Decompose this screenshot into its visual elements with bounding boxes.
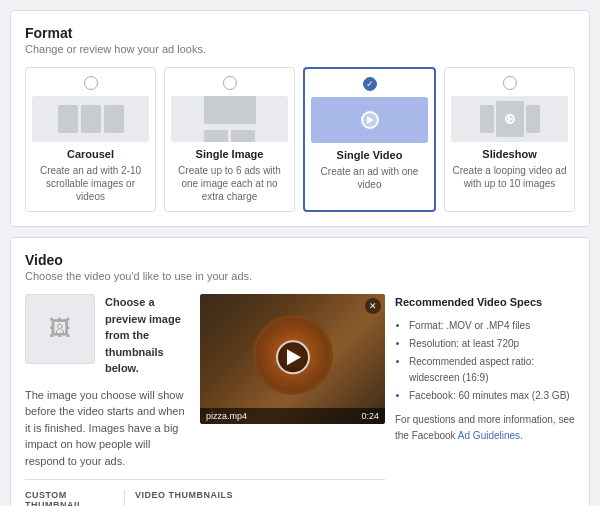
carousel-desc: Create an ad with 2-10 scrollable images…	[32, 164, 149, 203]
slideshow-boxes	[480, 101, 540, 137]
single-video-icon-area	[311, 97, 428, 143]
video-title: Video	[25, 252, 575, 268]
carousel-label: Carousel	[32, 148, 149, 160]
video-subtitle: Choose the video you'd like to use in yo…	[25, 270, 575, 282]
play-circle-icon	[361, 111, 379, 129]
format-carousel[interactable]: Carousel Create an ad with 2-10 scrollab…	[25, 67, 156, 212]
page-wrapper: Format Change or review how your ad look…	[0, 0, 600, 506]
slide-main	[496, 101, 524, 137]
carousel-box-1	[58, 105, 78, 133]
si-main	[204, 96, 256, 124]
format-options: Carousel Create an ad with 2-10 scrollab…	[25, 67, 575, 212]
single-image-radio[interactable]	[223, 76, 237, 90]
single-image-desc: Create up to 6 ads with one image each a…	[171, 164, 288, 203]
format-title: Format	[25, 25, 575, 41]
carousel-radio[interactable]	[84, 76, 98, 90]
video-specs: Recommended Video Specs Format: .MOV or …	[395, 294, 575, 506]
video-content: 🖼 Choose a preview image from the thumbn…	[25, 294, 575, 506]
slide-1	[480, 105, 494, 133]
carousel-icon-area	[32, 96, 149, 142]
specs-item-4: Facebook: 60 minutes max (2.3 GB)	[409, 388, 575, 404]
slideshow-icon-area	[451, 96, 568, 142]
slideshow-icon	[451, 96, 568, 142]
video-thumbnails-area: VIDEO THUMBNAILS ✓	[135, 490, 385, 506]
preview-icon-box: 🖼	[25, 294, 95, 364]
preview-left: 🖼 Choose a preview image from the thumbn…	[25, 294, 190, 469]
preview-info-row: 🖼 Choose a preview image from the thumbn…	[25, 294, 190, 377]
preview-body: The image you choose will show before th…	[25, 387, 190, 470]
thumbnails-section: CUSTOM THUMBNAIL + Select Image VIDEO TH…	[25, 479, 385, 506]
si-row	[204, 130, 255, 142]
preview-text-block: Choose a preview image from the thumbnai…	[105, 294, 190, 377]
specs-footer: For questions and more information, see …	[395, 412, 575, 444]
image-icon: 🖼	[49, 316, 71, 342]
format-single-image[interactable]: Single Image Create up to 6 ads with one…	[164, 67, 295, 212]
carousel-boxes	[58, 105, 124, 133]
video-close-button[interactable]: ✕	[365, 298, 381, 314]
slideshow-desc: Create a looping video ad with up to 10 …	[451, 164, 568, 190]
single-video-desc: Create an ad with one video	[311, 165, 428, 191]
video-bottom-bar: pizza.mp4 0:24	[200, 408, 385, 424]
play-button[interactable]	[276, 340, 310, 374]
ad-guidelines-link[interactable]: Ad Guidelines	[458, 430, 520, 441]
format-subtitle: Change or review how your ad looks.	[25, 43, 575, 55]
format-slideshow[interactable]: Slideshow Create a looping video ad with…	[444, 67, 575, 212]
si-sm-1	[204, 130, 228, 142]
specs-item-3: Recommended aspect ratio: widescreen (16…	[409, 354, 575, 386]
single-image-icon-area	[171, 96, 288, 142]
si-sm-2	[231, 130, 255, 142]
slideshow-radio[interactable]	[503, 76, 517, 90]
slide-play	[505, 114, 515, 124]
custom-thumbnail-area: CUSTOM THUMBNAIL + Select Image	[25, 490, 125, 506]
carousel-box-3	[104, 105, 124, 133]
specs-item-1: Format: .MOV or .MP4 files	[409, 318, 575, 334]
specs-list: Format: .MOV or .MP4 files Resolution: a…	[395, 318, 575, 404]
play-triangle	[287, 349, 301, 365]
video-thumb-icon	[311, 97, 428, 143]
video-player: ✕ pizza.mp4 0:24	[200, 294, 385, 424]
custom-thumb-label: CUSTOM THUMBNAIL	[25, 490, 114, 506]
single-video-radio[interactable]	[363, 77, 377, 91]
video-duration: 0:24	[361, 411, 379, 421]
carousel-box-2	[81, 105, 101, 133]
single-video-label: Single Video	[311, 149, 428, 161]
video-filename: pizza.mp4	[206, 411, 247, 421]
video-main: 🖼 Choose a preview image from the thumbn…	[25, 294, 385, 506]
single-image-boxes	[195, 96, 265, 142]
play-triangle-icon	[367, 116, 374, 124]
single-image-label: Single Image	[171, 148, 288, 160]
video-section: Video Choose the video you'd like to use…	[10, 237, 590, 506]
slideshow-label: Slideshow	[451, 148, 568, 160]
format-single-video[interactable]: Single Video Create an ad with one video	[303, 67, 436, 212]
preview-video-row: 🖼 Choose a preview image from the thumbn…	[25, 294, 385, 469]
specs-item-2: Resolution: at least 720p	[409, 336, 575, 352]
video-thumbs-label: VIDEO THUMBNAILS	[135, 490, 385, 500]
format-section: Format Change or review how your ad look…	[10, 10, 590, 227]
slide-play-tri	[508, 116, 513, 122]
slide-3	[526, 105, 540, 133]
preview-heading: Choose a preview image from the thumbnai…	[105, 296, 181, 374]
specs-title: Recommended Video Specs	[395, 294, 575, 312]
